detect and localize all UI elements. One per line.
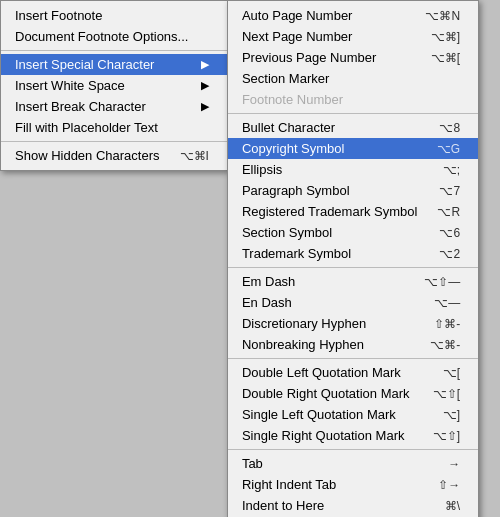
submenu-item-section-sym[interactable]: Section Symbol ⌥6 — [228, 222, 478, 243]
submenu-item-footnote-num: Footnote Number — [228, 89, 478, 110]
sub-sep-3 — [228, 358, 478, 359]
submenu-item-next-page-num[interactable]: Next Page Number ⌥⌘] — [228, 26, 478, 47]
menu-item-doc-footnote-options[interactable]: Document Footnote Options... — [1, 26, 227, 47]
submenu-item-bullet-char[interactable]: Bullet Character ⌥8 — [228, 117, 478, 138]
menu-item-show-hidden[interactable]: Show Hidden Characters ⌥⌘I — [1, 145, 227, 166]
submenu-arrow-whitespace: ▶ — [201, 79, 209, 92]
submenu-item-ellipsis[interactable]: Ellipsis ⌥; — [228, 159, 478, 180]
sub-sep-2 — [228, 267, 478, 268]
submenu-item-prev-page-num[interactable]: Previous Page Number ⌥⌘[ — [228, 47, 478, 68]
submenu-item-auto-page-num[interactable]: Auto Page Number ⌥⌘N — [228, 5, 478, 26]
menu-item-insert-special-char[interactable]: Insert Special Character ▶ — [1, 54, 227, 75]
submenu-item-nonbreak-hyphen[interactable]: Nonbreaking Hyphen ⌥⌘- — [228, 334, 478, 355]
submenu-item-em-dash[interactable]: Em Dash ⌥⇧— — [228, 271, 478, 292]
submenu-item-trademark-sym[interactable]: Trademark Symbol ⌥2 — [228, 243, 478, 264]
submenu-item-indent-here[interactable]: Indent to Here ⌘\ — [228, 495, 478, 516]
submenu-item-double-right-quote[interactable]: Double Right Quotation Mark ⌥⇧[ — [228, 383, 478, 404]
submenu-item-disc-hyphen[interactable]: Discretionary Hyphen ⇧⌘- — [228, 313, 478, 334]
submenu-item-double-left-quote[interactable]: Double Left Quotation Mark ⌥[ — [228, 362, 478, 383]
menu-item-insert-break-char[interactable]: Insert Break Character ▶ — [1, 96, 227, 117]
menu-item-fill-placeholder[interactable]: Fill with Placeholder Text — [1, 117, 227, 138]
submenu-arrow: ▶ — [201, 58, 209, 71]
submenu-item-single-left-quote[interactable]: Single Left Quotation Mark ⌥] — [228, 404, 478, 425]
main-menu: Insert Footnote Document Footnote Option… — [0, 0, 228, 171]
sub-sep-4 — [228, 449, 478, 450]
submenu-special-chars: Auto Page Number ⌥⌘N Next Page Number ⌥⌘… — [227, 0, 479, 517]
sub-sep-1 — [228, 113, 478, 114]
separator-1 — [1, 50, 227, 51]
submenu-item-single-right-quote[interactable]: Single Right Quotation Mark ⌥⇧] — [228, 425, 478, 446]
submenu-item-right-indent-tab[interactable]: Right Indent Tab ⇧→ — [228, 474, 478, 495]
submenu-item-section-marker[interactable]: Section Marker — [228, 68, 478, 89]
submenu-item-paragraph-sym[interactable]: Paragraph Symbol ⌥7 — [228, 180, 478, 201]
submenu-item-tab[interactable]: Tab → — [228, 453, 478, 474]
menu-item-insert-white-space[interactable]: Insert White Space ▶ — [1, 75, 227, 96]
separator-2 — [1, 141, 227, 142]
submenu-arrow-break: ▶ — [201, 100, 209, 113]
submenu-item-en-dash[interactable]: En Dash ⌥— — [228, 292, 478, 313]
submenu-item-reg-trademark[interactable]: Registered Trademark Symbol ⌥R — [228, 201, 478, 222]
menu-container: Insert Footnote Document Footnote Option… — [0, 0, 479, 517]
menu-item-insert-footnote[interactable]: Insert Footnote — [1, 5, 227, 26]
submenu-item-copyright-sym[interactable]: Copyright Symbol ⌥G — [228, 138, 478, 159]
